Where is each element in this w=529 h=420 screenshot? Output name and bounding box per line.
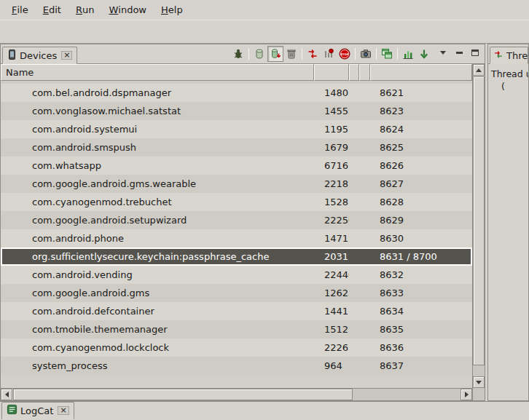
process-name-cell: com.google.android.gms.wearable: [1, 178, 314, 189]
maximize-button[interactable]: [470, 47, 480, 58]
bar-chart-button[interactable]: [400, 46, 416, 62]
arrow-right-icon: [465, 392, 469, 397]
table-row[interactable]: com.bel.android.dspmanager14808621: [1, 84, 472, 102]
logcat-icon: [7, 404, 17, 417]
table-row[interactable]: com.google.android.gms.wearable221858627: [1, 175, 472, 193]
horizontal-scrollbar[interactable]: [1, 388, 472, 400]
pid-cell: 1512: [314, 324, 349, 335]
vertical-scrollbar[interactable]: [472, 64, 485, 400]
cascade-windows-button[interactable]: [379, 46, 395, 62]
table-row[interactable]: com.vonglasow.michael.satstat145538623: [1, 102, 472, 120]
menu-edit[interactable]: Edit: [36, 0, 68, 20]
cause-gc-button[interactable]: [283, 46, 299, 62]
menu-window[interactable]: Window: [101, 0, 154, 20]
eclipse-ddms-window: FileEditRunWindowHelp Devices × STOP: [0, 0, 529, 420]
tab-logcat[interactable]: LogCat ×: [1, 402, 74, 419]
minimize-button[interactable]: [454, 47, 464, 58]
menu-help[interactable]: Help: [154, 0, 190, 20]
pid-cell: 1471: [314, 233, 349, 244]
main-area: Devices × STOP Name: [0, 44, 529, 401]
port-cell: 8632: [370, 269, 472, 280]
column-header-pid[interactable]: [314, 64, 349, 81]
table-row[interactable]: com.android.defcontainer144118634: [1, 302, 472, 320]
process-name-cell: com.android.phone: [1, 233, 314, 244]
table-row[interactable]: system_process9648637: [1, 357, 472, 375]
devices-view-header: Devices × STOP: [1, 44, 485, 64]
arrow-left-icon: [5, 392, 9, 397]
table-row[interactable]: com.cyanogenmod.trebuchet15288628: [1, 193, 472, 211]
stop-process-icon: STOP: [339, 48, 350, 60]
table-row[interactable]: org.sufficientlysecure.keychain:passphra…: [1, 247, 472, 266]
process-name-cell: com.android.systemui: [1, 124, 314, 135]
column-header-name[interactable]: Name: [1, 64, 314, 81]
logcat-tab-close-button[interactable]: ×: [58, 406, 68, 415]
update-threads-icon: [307, 48, 318, 60]
table-row[interactable]: com.android.vending224408632: [1, 266, 472, 284]
column-header-b[interactable]: [359, 64, 370, 81]
process-name-cell: com.google.android.setupwizard: [1, 215, 314, 226]
port-cell: 8636: [370, 342, 472, 353]
column-header-port[interactable]: [370, 64, 472, 81]
pid-cell: 1480: [314, 87, 349, 98]
stop-process-button[interactable]: STOP: [337, 46, 353, 62]
process-name-cell: com.whatsapp: [1, 160, 314, 171]
horizontal-scrollbar-thumb[interactable]: [13, 389, 353, 400]
port-cell: 8623: [370, 106, 472, 116]
update-threads-button[interactable]: [305, 46, 321, 62]
minimize-icon: [456, 52, 463, 54]
port-cell: 8625: [370, 142, 472, 153]
pid-cell: 22250: [314, 215, 349, 226]
devices-table-rows: com.bel.android.dspmanager14808621com.vo…: [1, 84, 472, 388]
process-name-cell: com.android.vending: [1, 269, 314, 280]
table-row[interactable]: com.cyanogenmod.lockclock222658636: [1, 338, 472, 357]
menu-run[interactable]: Run: [68, 0, 102, 20]
table-row[interactable]: com.android.phone14718630: [1, 229, 472, 247]
tab-threads[interactable]: Threads: [490, 47, 528, 64]
scroll-right-button[interactable]: [461, 389, 472, 400]
devices-tab-close-button[interactable]: ×: [61, 51, 72, 60]
start-method-profiling-icon: [323, 48, 334, 60]
pid-cell: 14411: [314, 306, 349, 317]
pid-cell: 14553: [314, 106, 349, 116]
view-menu-button[interactable]: [438, 47, 448, 58]
scroll-down-button[interactable]: [473, 376, 485, 388]
table-row[interactable]: com.android.smspush16798625: [1, 138, 472, 156]
threads-icon: [493, 49, 503, 62]
dump-hprof-icon: [270, 48, 281, 60]
down-arrow-button[interactable]: [416, 46, 432, 62]
table-row[interactable]: com.google.android.setupwizard222508629: [1, 211, 472, 229]
table-row[interactable]: com.google.android.gms126238633: [1, 284, 472, 302]
table-row[interactable]: com.tmobile.thememanager15128635: [1, 320, 472, 338]
start-method-profiling-button[interactable]: [321, 46, 337, 62]
scroll-up-button[interactable]: [473, 64, 485, 76]
cause-gc-icon: [286, 48, 297, 60]
menu-file[interactable]: File: [4, 0, 36, 20]
table-row[interactable]: com.android.systemui11958624: [1, 120, 472, 138]
port-cell: 8631 / 8700: [370, 251, 472, 262]
vertical-scrollbar-thumb[interactable]: [473, 76, 485, 365]
process-name-cell: com.android.smspush: [1, 142, 314, 153]
screen-capture-button[interactable]: [358, 46, 374, 62]
toolbar-separator: [355, 48, 356, 60]
debug-process-button[interactable]: [230, 46, 246, 62]
update-heap-icon: [254, 48, 265, 60]
scrollbar-corner: [473, 388, 485, 400]
pid-cell: 1195: [314, 124, 349, 135]
port-cell: 8629: [370, 215, 472, 226]
process-name-cell: com.android.defcontainer: [1, 306, 314, 317]
table-row[interactable]: com.whatsapp67168626: [1, 156, 472, 175]
tab-devices[interactable]: Devices ×: [2, 47, 77, 64]
port-cell: 8621: [370, 87, 472, 98]
pid-cell: 1528: [314, 197, 349, 207]
debug-process-icon: [232, 48, 244, 60]
port-cell: 8624: [370, 124, 472, 135]
process-name-cell: com.cyanogenmod.lockclock: [1, 342, 314, 353]
column-header-a[interactable]: [349, 64, 359, 81]
screen-capture-icon: [360, 48, 372, 60]
dump-hprof-button[interactable]: [267, 46, 283, 62]
scroll-left-button[interactable]: [1, 389, 12, 400]
toolbar-separator: [248, 48, 249, 60]
update-heap-button[interactable]: [251, 46, 267, 62]
toolbar-separator: [302, 48, 302, 60]
process-name-cell: com.bel.android.dspmanager: [1, 87, 314, 98]
